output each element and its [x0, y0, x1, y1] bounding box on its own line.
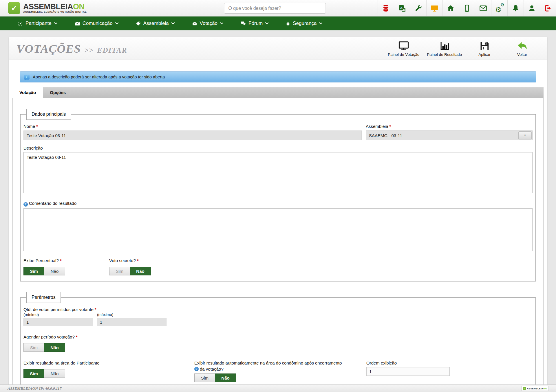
painel-votacao-button[interactable]: Painel de Votação: [385, 39, 422, 58]
nav-label: Comunicação: [83, 21, 113, 26]
help-icon[interactable]: ?: [194, 367, 199, 371]
profile-button[interactable]: [524, 0, 540, 16]
nav-assembleia[interactable]: Assembleia: [127, 16, 183, 30]
translate-button[interactable]: A: [394, 0, 410, 16]
search-input[interactable]: [224, 3, 326, 14]
required-mark: *: [389, 124, 391, 129]
main-nav: Participante Comunicação Assembleia Vota…: [0, 16, 556, 30]
logout-button[interactable]: [540, 0, 556, 16]
action-label: Painel de Votação: [388, 52, 419, 57]
tab-content: Dados principais Nome* Assembleia* SAAEM…: [12, 98, 544, 392]
chevron-down-icon: [115, 22, 118, 25]
mobile-button[interactable]: [459, 0, 475, 16]
notifications-button[interactable]: [507, 0, 524, 16]
tag-icon: [136, 21, 141, 26]
exibir-resultado-participante-label: Exibir resultado na área do Participante: [23, 360, 194, 365]
agendar-nao[interactable]: Não: [44, 343, 65, 352]
qtd-votos-label: Qtd. de votos permitidos por votante*: [23, 307, 533, 312]
logo-text: ASSEMBLEIAON ASSEMBLEIA, ELEIÇÃO E VOTAÇ…: [23, 3, 87, 13]
select-dropdown-button[interactable]: ▼: [518, 131, 532, 139]
mail-button[interactable]: [475, 0, 491, 16]
nav-participante[interactable]: Participante: [9, 16, 66, 30]
tab-strip: Votação Opções: [12, 87, 544, 98]
exibir-resultado-participante-toggle: Sim Não: [23, 369, 65, 378]
home-button[interactable]: [442, 0, 459, 16]
page-title: VOTAÇÕES >> EDITAR: [17, 42, 127, 56]
svg-text:A: A: [400, 6, 403, 9]
footer-brand-badge[interactable]: ✓ ASSEMBLEIAON: [521, 386, 548, 391]
exibir-participante-nao[interactable]: Não: [44, 369, 65, 378]
maximo-input[interactable]: [97, 318, 167, 326]
chevron-down-icon: [265, 22, 268, 25]
ordem-exibicao-input[interactable]: [366, 367, 450, 376]
legend-dados-principais: Dados principais: [26, 109, 71, 120]
required-mark: *: [137, 258, 139, 263]
mobile-icon: [463, 4, 471, 12]
descricao-label: Descrição: [23, 146, 533, 150]
info-banner: i Apenas a descrição poderá ser alterada…: [20, 71, 536, 82]
monitor-outline-icon: [398, 41, 409, 51]
brand-tagline: ASSEMBLEIA, ELEIÇÃO E VOTAÇÃO DIGITAL: [23, 10, 87, 13]
voltar-button[interactable]: Voltar: [505, 39, 539, 58]
brand-accent: ON: [73, 2, 85, 11]
painel-resultado-button[interactable]: Painel de Resultado: [425, 39, 464, 58]
gears-icon: ⚙⚙: [495, 4, 504, 12]
nome-label: Nome*: [23, 124, 362, 129]
badge-check-icon: ✓: [523, 387, 526, 390]
assembleia-select[interactable]: SAAEMG - 03-11 ▼: [366, 130, 533, 140]
badge-accent: ON: [543, 387, 547, 390]
page-title-sub: EDITAR: [97, 46, 127, 54]
nav-label: Fórum: [248, 21, 263, 26]
bar-chart-icon: [439, 41, 450, 51]
back-arrow-icon: [517, 41, 528, 51]
page-title-bar: VOTAÇÕES >> EDITAR Painel de Votação Pai…: [9, 37, 547, 60]
tools-button[interactable]: [410, 0, 426, 16]
agendar-sim[interactable]: Sim: [23, 343, 44, 352]
fieldset-parametros: Parâmetros Qtd. de votos permitidos por …: [20, 292, 536, 392]
tab-votacao[interactable]: Votação: [12, 87, 43, 98]
database-icon: [382, 4, 390, 12]
page-footer: ASSEMBLEIAON IP: 40.0.0.117 ✓ ASSEMBLEIA…: [0, 384, 556, 392]
info-bubble-icon: i: [24, 75, 30, 80]
action-label: Aplicar: [469, 52, 500, 57]
exibe-percentual-nao[interactable]: Não: [44, 267, 65, 275]
database-button[interactable]: [378, 0, 394, 16]
settings-button[interactable]: ⚙⚙: [491, 0, 507, 16]
app-logo[interactable]: ✓ ASSEMBLEIAON ASSEMBLEIA, ELEIÇÃO E VOT…: [8, 2, 87, 14]
page-title-main: VOTAÇÕES: [17, 42, 81, 56]
nav-forum[interactable]: Fórum: [232, 16, 277, 30]
required-mark: *: [60, 258, 62, 263]
voto-secreto-nao[interactable]: Não: [130, 267, 151, 275]
comentario-textarea[interactable]: [23, 208, 533, 251]
exibir-participante-sim[interactable]: Sim: [23, 369, 44, 378]
floppy-disk-icon: [479, 41, 490, 51]
exibir-automatico-sim[interactable]: Sim: [194, 373, 215, 382]
minimo-input[interactable]: [23, 318, 93, 326]
descricao-textarea[interactable]: Teste Votação 03-11: [23, 152, 533, 193]
agendar-periodo-label: Agendar período votação?*: [23, 334, 533, 339]
tab-opcoes[interactable]: Opções: [43, 87, 73, 98]
envelope-icon: [479, 4, 487, 12]
panel-button[interactable]: [426, 0, 442, 16]
breadcrumb-separator: >>: [84, 46, 94, 54]
aplicar-button[interactable]: Aplicar: [467, 39, 502, 58]
help-icon[interactable]: ?: [23, 202, 28, 207]
exibir-automatico-nao[interactable]: Não: [215, 373, 236, 382]
comentario-label: ?Comentário do resultado: [23, 201, 533, 207]
required-mark: *: [36, 124, 38, 129]
nav-label: Assembleia: [143, 21, 169, 26]
content-card: VOTAÇÕES >> EDITAR Painel de Votação Pai…: [9, 37, 547, 392]
voto-secreto-sim[interactable]: Sim: [109, 267, 130, 275]
home-icon: [447, 4, 455, 12]
nav-comunicacao[interactable]: Comunicação: [66, 16, 127, 30]
fieldset-dados-principais: Dados principais Nome* Assembleia* SAAEM…: [20, 109, 536, 281]
nome-input[interactable]: [23, 130, 362, 140]
nav-votacao[interactable]: Votação: [183, 16, 232, 30]
exibe-percentual-toggle: Sim Não: [23, 267, 65, 275]
minimo-label: (mínimo): [23, 312, 93, 317]
footer-ip-text: ASSEMBLEIAON IP: 40.0.0.117: [8, 386, 61, 391]
exibe-percentual-sim[interactable]: Sim: [23, 267, 44, 275]
comments-icon: [241, 21, 246, 26]
nav-seguranca[interactable]: Segurança: [277, 16, 331, 30]
required-mark: *: [76, 334, 78, 339]
